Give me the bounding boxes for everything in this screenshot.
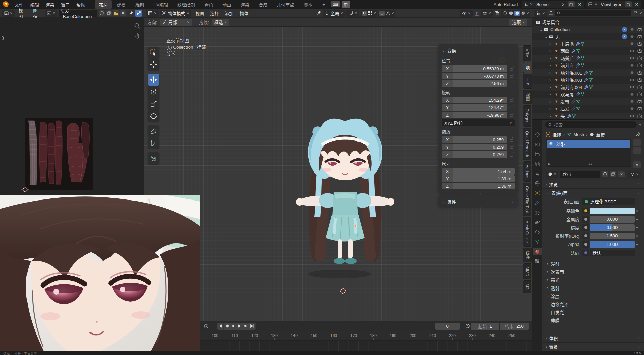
snap-magnet-icon[interactable] <box>362 11 367 16</box>
checkbox-icon[interactable]: ✓ <box>622 27 627 32</box>
outliner-row-双马尾[interactable]: ›▼双马尾 <box>532 91 644 98</box>
viewlayer-selector[interactable]: ˅ ViewLayer ✕ <box>586 1 641 8</box>
lock-open-icon[interactable] <box>509 113 515 117</box>
disable-render-camera-icon[interactable] <box>637 56 642 60</box>
select-box-button[interactable] <box>148 47 159 58</box>
disable-render-camera-icon[interactable] <box>637 49 642 53</box>
modifier-wrench-icon[interactable] <box>584 78 588 82</box>
mesh-data-icon[interactable] <box>571 114 576 118</box>
modifier-wrench-icon[interactable] <box>571 99 576 104</box>
mesh-data-icon[interactable] <box>580 41 585 46</box>
add-slot-button[interactable]: ＋ <box>633 139 641 146</box>
cursor-tool-button[interactable] <box>148 59 159 71</box>
lock-open-icon[interactable] <box>509 66 515 71</box>
scale-tool-button[interactable] <box>148 98 159 110</box>
viewport-menu-物体[interactable]: 物体 <box>237 9 251 17</box>
transform-tool-button[interactable] <box>148 110 159 122</box>
pivot-point-selector[interactable]: ˅ <box>346 10 359 17</box>
value-field-dimensions-X[interactable]: X1.54 m <box>442 168 515 175</box>
material-slot-active[interactable]: 丝带 <box>547 140 630 148</box>
subpanel-涂层[interactable]: ›涂层 <box>542 292 644 300</box>
hide-eye-icon[interactable] <box>630 92 634 97</box>
sidebar-tab-视图[interactable]: 视图 <box>523 90 532 104</box>
expand-arrow[interactable]: › <box>549 92 554 97</box>
subpanel-自发光[interactable]: ›自发光 <box>542 308 644 316</box>
outliner-row-scene-collection[interactable]: 场景集合 <box>532 18 644 26</box>
expand-arrow[interactable]: › <box>549 41 554 46</box>
pin-icon[interactable] <box>129 11 133 16</box>
hide-eye-icon[interactable] <box>630 56 634 60</box>
expand-arrow[interactable]: ⌄ <box>539 27 544 32</box>
value-field-location-X[interactable]: X0.55339 m <box>442 65 507 72</box>
shading-wireframe-icon[interactable] <box>502 11 507 16</box>
chevron-down-icon[interactable]: ˅ <box>526 11 529 16</box>
animate-dot[interactable] <box>635 227 639 228</box>
hide-eye-icon[interactable] <box>630 63 634 68</box>
disable-render-camera-icon[interactable] <box>637 41 642 46</box>
object-visibility-selector[interactable]: ˅ <box>460 10 473 17</box>
expand-arrow[interactable]: › <box>549 106 554 111</box>
disable-render-camera-icon[interactable] <box>637 106 642 111</box>
expand-sidebar-arrow[interactable]: ❯ <box>1 35 5 40</box>
workspace-tab-纹理绘制[interactable]: 纹理绘制 <box>173 0 199 9</box>
editor-type-button[interactable]: ˅ <box>146 10 159 17</box>
socket-icon[interactable] <box>582 250 589 256</box>
shading-rendered-icon[interactable] <box>520 11 526 16</box>
field-Alpha[interactable]: 1.000 <box>590 241 635 248</box>
hide-eye-icon[interactable] <box>630 27 634 32</box>
hide-eye-icon[interactable] <box>630 114 634 118</box>
expand-arrow[interactable]: › <box>549 85 554 90</box>
chevron-down-icon[interactable]: ˅ <box>639 11 642 16</box>
new-collection-icon[interactable] <box>548 11 554 16</box>
field-折射率(IOR)[interactable]: 1.500 <box>590 233 635 239</box>
prev-keyframe-button[interactable] <box>224 323 230 330</box>
workspace-tab-合成[interactable]: 合成 <box>254 0 272 9</box>
outliner-row-头[interactable]: ›▼头 <box>532 113 644 120</box>
lock-open-icon[interactable] <box>509 81 515 86</box>
disable-render-camera-icon[interactable] <box>637 92 642 97</box>
properties-tab-output[interactable] <box>533 150 542 158</box>
shader-selector[interactable]: 原理化 BSDF <box>582 198 635 205</box>
expand-arrow[interactable]: › <box>549 114 554 119</box>
field-基础色[interactable] <box>590 208 635 214</box>
subpanel-边缘光泽[interactable]: ›边缘光泽 <box>542 300 644 308</box>
use-preview-range-clock-icon[interactable] <box>465 323 470 329</box>
disable-render-camera-icon[interactable] <box>637 34 642 39</box>
play-button[interactable] <box>236 323 243 330</box>
workspace-tab-着色[interactable]: 着色 <box>200 0 217 9</box>
animate-dot[interactable] <box>635 235 639 237</box>
material-slot-list[interactable]: 丝带 ▶∷∷ <box>546 139 631 167</box>
animate-dot[interactable] <box>635 219 639 220</box>
transform-panel-title[interactable]: 变换 <box>447 47 456 54</box>
filter-funnel-icon[interactable] <box>633 11 638 16</box>
viewport-menu-选择[interactable]: 选择 <box>207 9 221 17</box>
socket-icon[interactable] <box>582 233 589 239</box>
zoom-gizmo-icon[interactable] <box>134 23 141 30</box>
animate-dot[interactable] <box>635 244 639 245</box>
workspace-tab-脚本[interactable]: 脚本 <box>299 0 317 9</box>
workspace-tab-UV编辑[interactable]: UV编辑 <box>149 0 172 9</box>
properties-tab-constraints[interactable] <box>533 228 542 236</box>
viewlayer-name[interactable]: ViewLayer <box>599 2 623 7</box>
outliner-row-Collection[interactable]: ⌄Collection✓ <box>532 26 644 33</box>
lock-open-icon[interactable] <box>509 105 515 110</box>
value-field-rotation-X[interactable]: X154.29° <box>442 97 507 103</box>
hide-eye-icon[interactable] <box>630 49 634 53</box>
editor-type-button[interactable]: ˅ <box>2 10 15 17</box>
expand-arrow[interactable]: › <box>549 77 554 82</box>
outliner-row-后发[interactable]: ›▼后发 <box>532 105 644 113</box>
slot-specials-menu[interactable]: ˅ <box>633 161 641 168</box>
viewport-canvas[interactable]: 正交前视图 (0) Collection | 挂饰 分米 X Z -Y <box>144 27 532 321</box>
unlink-image-button[interactable]: ✕ <box>120 10 126 16</box>
subpanel-漫射[interactable]: ›漫射 <box>542 260 644 268</box>
modifier-wrench-icon[interactable] <box>567 114 571 118</box>
properties-tab-scene[interactable] <box>533 170 542 177</box>
properties-tab-physics[interactable] <box>533 219 542 226</box>
chevron-down-icon[interactable]: ˅ <box>391 11 394 16</box>
snap-settings-icon[interactable] <box>368 11 373 16</box>
outliner-row-两鬓后[interactable]: ›▼两鬓后 <box>532 55 644 62</box>
sidebar-tab-缓存[interactable]: 缓存 <box>523 248 532 262</box>
frame-end-field[interactable]: 结束250 <box>500 323 529 330</box>
outliner-row-上眉毛[interactable]: ›▼上眉毛 <box>532 40 644 48</box>
disable-render-camera-icon[interactable] <box>637 63 642 68</box>
